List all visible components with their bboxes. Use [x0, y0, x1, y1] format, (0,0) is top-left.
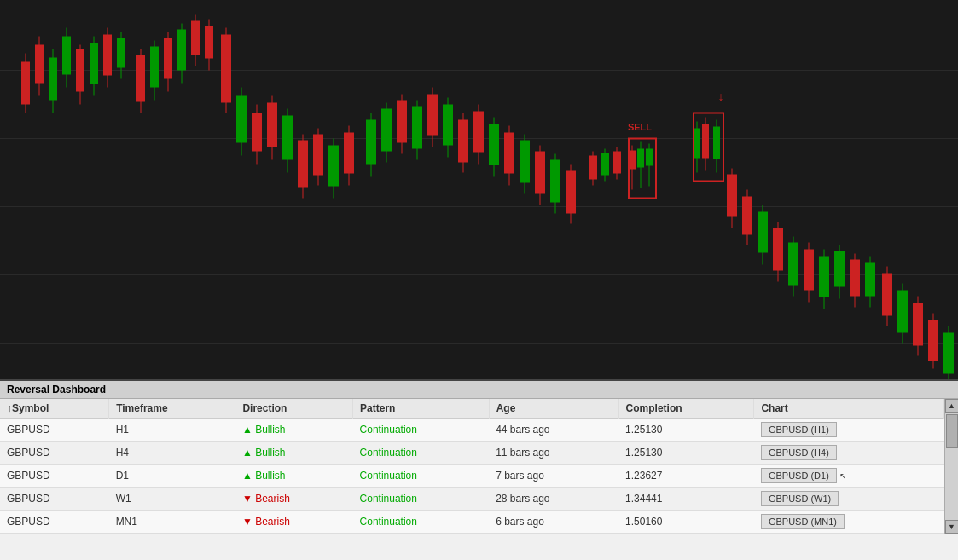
- svg-rect-67: [473, 112, 484, 153]
- col-timeframe: Timeframe: [109, 399, 235, 419]
- cell-timeframe: W1: [109, 488, 235, 511]
- cell-direction: ▲ Bullish: [235, 442, 353, 465]
- svg-rect-131: [943, 333, 954, 374]
- svg-rect-127: [913, 303, 923, 346]
- svg-text:SELL: SELL: [628, 122, 652, 132]
- cell-pattern: Continuation: [353, 511, 490, 534]
- table-row: GBPUSD H4 ▲ Bullish Continuation 11 bars…: [0, 442, 944, 465]
- pattern-value: Continuation: [360, 424, 417, 436]
- direction-arrow: ▼: [242, 516, 253, 528]
- chart-area: SELL ↓: [0, 0, 958, 381]
- col-age: Age: [489, 399, 618, 419]
- svg-rect-31: [191, 21, 200, 55]
- cell-timeframe: D1: [109, 465, 235, 488]
- scrollbar[interactable]: ▲ ▼: [944, 399, 958, 534]
- direction-text: Bullish: [255, 470, 285, 482]
- svg-rect-17: [90, 43, 98, 84]
- pattern-value: Continuation: [360, 516, 417, 528]
- svg-rect-99: [702, 124, 709, 159]
- svg-rect-35: [221, 35, 231, 103]
- svg-rect-23: [136, 55, 145, 102]
- pattern-value: Continuation: [360, 493, 417, 505]
- dashboard-table: ↑Symbol Timeframe Direction Pattern Age …: [0, 399, 944, 534]
- cell-age: 11 bars ago: [489, 442, 618, 465]
- svg-rect-115: [819, 257, 829, 297]
- svg-rect-129: [928, 320, 938, 361]
- svg-rect-59: [412, 107, 422, 149]
- svg-rect-69: [489, 124, 499, 165]
- svg-rect-61: [427, 95, 438, 136]
- cell-timeframe: H1: [109, 419, 235, 442]
- cell-pattern: Continuation: [353, 442, 490, 465]
- cell-pattern: Continuation: [353, 488, 490, 511]
- svg-rect-90: [637, 149, 644, 168]
- svg-rect-113: [804, 250, 814, 291]
- col-pattern: Pattern: [353, 399, 490, 419]
- table-row: GBPUSD W1 ▼ Bearish Continuation 28 bars…: [0, 488, 944, 511]
- svg-rect-81: [589, 156, 597, 180]
- cell-chart: GBPUSD (H4): [754, 442, 944, 465]
- svg-rect-63: [443, 105, 453, 146]
- svg-rect-88: [629, 151, 636, 170]
- direction-arrow: ▼: [242, 493, 253, 505]
- svg-rect-9: [35, 45, 44, 84]
- dashboard: Reversal Dashboard ↑Symbol Timeframe Dir…: [0, 381, 958, 560]
- svg-rect-27: [164, 38, 172, 79]
- col-chart: Chart: [754, 399, 944, 419]
- svg-rect-119: [850, 260, 860, 297]
- cell-chart: GBPUSD (D1) ↖: [754, 465, 944, 488]
- svg-rect-117: [834, 251, 845, 287]
- svg-rect-53: [366, 120, 376, 165]
- scroll-down-button[interactable]: ▼: [945, 520, 959, 534]
- table-row: GBPUSD MN1 ▼ Bearish Continuation 6 bars…: [0, 511, 944, 534]
- table-scroll-area: ↑Symbol Timeframe Direction Pattern Age …: [0, 399, 944, 534]
- direction-text: Bearish: [255, 516, 290, 528]
- dashboard-title: Reversal Dashboard: [0, 381, 958, 399]
- cell-direction: ▲ Bullish: [235, 419, 353, 442]
- cell-age: 28 bars ago: [489, 488, 618, 511]
- svg-rect-11: [49, 58, 57, 101]
- svg-rect-83: [601, 153, 609, 176]
- svg-rect-51: [344, 133, 354, 174]
- svg-rect-25: [150, 47, 159, 88]
- chart-button[interactable]: GBPUSD (W1): [761, 491, 839, 506]
- chart-button[interactable]: GBPUSD (H4): [761, 445, 837, 460]
- chart-button[interactable]: GBPUSD (H1): [761, 422, 837, 437]
- svg-rect-121: [865, 263, 875, 297]
- svg-rect-101: [713, 127, 720, 159]
- direction-arrow: ▲: [242, 470, 253, 482]
- svg-rect-21: [117, 38, 125, 68]
- cell-direction: ▲ Bullish: [235, 465, 353, 488]
- cell-completion: 1.50160: [618, 511, 754, 534]
- svg-rect-55: [381, 109, 392, 152]
- svg-rect-85: [613, 152, 621, 174]
- cell-chart: GBPUSD (MN1): [754, 511, 944, 534]
- svg-rect-92: [646, 149, 653, 166]
- cell-symbol: GBPUSD: [0, 442, 109, 465]
- table-header-row: ↑Symbol Timeframe Direction Pattern Age …: [0, 399, 944, 419]
- chart-button[interactable]: GBPUSD (D1): [761, 468, 837, 483]
- svg-rect-79: [566, 171, 576, 214]
- direction-arrow: ▲: [242, 447, 253, 459]
- svg-rect-41: [267, 103, 277, 147]
- svg-rect-39: [252, 113, 262, 152]
- scroll-thumb[interactable]: [946, 414, 958, 448]
- direction-text: Bullish: [255, 447, 285, 459]
- svg-rect-33: [205, 26, 213, 59]
- svg-rect-77: [550, 160, 560, 203]
- svg-rect-73: [520, 141, 530, 183]
- svg-rect-49: [328, 146, 339, 187]
- cell-chart: GBPUSD (H1): [754, 419, 944, 442]
- svg-rect-37: [236, 96, 247, 143]
- svg-rect-97: [694, 129, 700, 159]
- direction-text: Bearish: [255, 493, 290, 505]
- cell-timeframe: H4: [109, 442, 235, 465]
- pattern-value: Continuation: [360, 447, 417, 459]
- cell-symbol: GBPUSD: [0, 419, 109, 442]
- svg-rect-7: [21, 62, 30, 105]
- cell-pattern: Continuation: [353, 465, 490, 488]
- cell-chart: GBPUSD (W1): [754, 488, 944, 511]
- scroll-up-button[interactable]: ▲: [945, 399, 959, 413]
- chart-button[interactable]: GBPUSD (MN1): [761, 514, 845, 529]
- svg-rect-125: [897, 291, 908, 333]
